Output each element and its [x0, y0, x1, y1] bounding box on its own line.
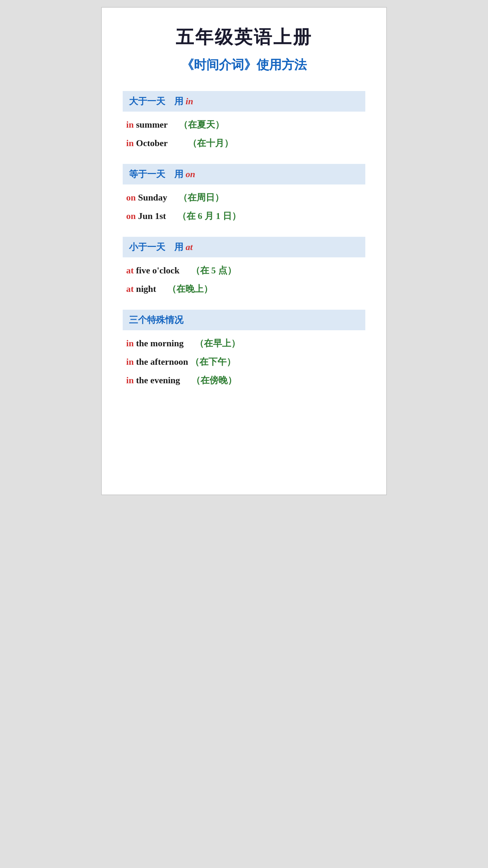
section-in: 大于一天 用 in in summer （在夏天） in October （在十…: [123, 91, 365, 150]
example-on-sunday: on Sunday （在周日）: [123, 191, 365, 204]
chinese-at-clock: （在 5 点）: [191, 265, 236, 276]
english-in-summer: summer: [136, 120, 177, 130]
prep-on-2: on: [126, 211, 136, 221]
section-in-prep: in: [186, 96, 193, 106]
prep-in-evening: in: [126, 375, 134, 385]
section-on-prep: on: [186, 169, 195, 179]
section-special: 三个特殊情况 in the morning （在早上） in the after…: [123, 310, 365, 387]
prep-in-2: in: [126, 138, 134, 148]
example-in-summer: in summer （在夏天）: [123, 118, 365, 131]
chinese-afternoon: （在下午）: [190, 357, 236, 367]
chinese-at-night: （在晚上）: [167, 284, 213, 294]
chinese-evening: （在傍晚）: [191, 375, 237, 385]
chinese-in-summer: （在夏天）: [179, 120, 224, 130]
section-on-prefix: 等于一天 用: [129, 169, 183, 179]
chinese-on-sunday: （在周日）: [178, 193, 224, 203]
english-on-sunday: Sunday: [138, 193, 176, 203]
section-header-at: 小于一天 用 at: [123, 237, 365, 257]
chinese-in-october: （在十月）: [188, 138, 233, 148]
section-at-prep: at: [186, 242, 193, 252]
main-title: 五年级英语上册: [123, 25, 365, 50]
example-at-night: at night （在晚上）: [123, 282, 365, 296]
section-at-prefix: 小于一天 用: [129, 242, 183, 252]
section-on: 等于一天 用 on on Sunday （在周日） on Jun 1st （在 …: [123, 164, 365, 223]
page-container: 五年级英语上册 《时间介词》使用方法 大于一天 用 in in summer （…: [101, 7, 387, 495]
english-afternoon: the afternoon: [136, 357, 190, 367]
section-header-in: 大于一天 用 in: [123, 91, 365, 112]
example-in-october: in October （在十月）: [123, 136, 365, 150]
section-header-special: 三个特殊情况: [123, 310, 365, 330]
english-at-clock: five o'clock: [136, 265, 189, 276]
english-evening: the evening: [136, 375, 189, 385]
subtitle: 《时间介词》使用方法: [123, 56, 365, 74]
section-at: 小于一天 用 at at five o'clock （在 5 点） at nig…: [123, 237, 365, 296]
example-evening: in the evening （在傍晚）: [123, 373, 365, 387]
example-afternoon: in the afternoon （在下午）: [123, 355, 365, 369]
prep-in-1: in: [126, 120, 134, 130]
english-on-jun1st: Jun 1st: [138, 211, 175, 221]
prep-in-morning: in: [126, 338, 134, 348]
chinese-morning: （在早上）: [195, 338, 240, 348]
prep-at-1: at: [126, 265, 134, 276]
prep-at-2: at: [126, 284, 134, 294]
example-on-jun1st: on Jun 1st （在 6 月 1 日）: [123, 209, 365, 223]
prep-on-1: on: [126, 193, 136, 203]
prep-in-afternoon: in: [126, 357, 134, 367]
section-header-on: 等于一天 用 on: [123, 164, 365, 184]
example-at-clock: at five o'clock （在 5 点）: [123, 264, 365, 277]
english-in-october: October: [136, 138, 186, 148]
section-special-prefix: 三个特殊情况: [129, 315, 183, 325]
english-morning: the morning: [136, 338, 193, 348]
chinese-on-jun1st: （在 6 月 1 日）: [177, 211, 241, 221]
english-at-night: night: [136, 284, 165, 294]
example-morning: in the morning （在早上）: [123, 337, 365, 350]
section-in-prefix: 大于一天 用: [129, 96, 183, 106]
